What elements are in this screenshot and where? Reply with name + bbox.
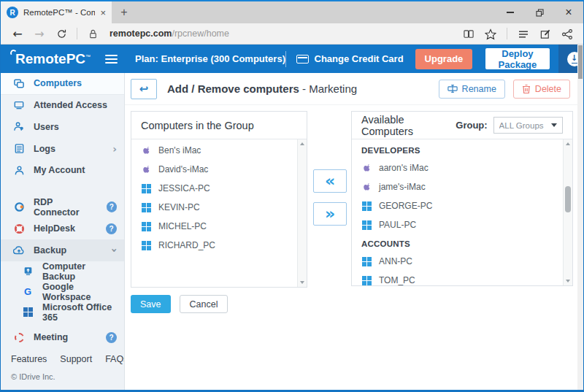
- computer-name: PAUL-PC: [379, 220, 416, 230]
- favorites-button[interactable]: [482, 27, 499, 40]
- computer-list-item[interactable]: aaron's iMac: [352, 158, 563, 177]
- page-scrollbar-thumb[interactable]: [578, 45, 583, 79]
- computer-list-item[interactable]: TOM_PC: [352, 271, 563, 285]
- computer-list-item[interactable]: ANN-PC: [352, 252, 563, 271]
- rdp-connector-icon: [12, 201, 26, 212]
- support-link[interactable]: Support: [60, 354, 92, 364]
- my-account-icon: [12, 165, 26, 176]
- rename-button[interactable]: Rename: [439, 80, 505, 99]
- remotepc-favicon-icon: [7, 7, 18, 18]
- windows-icon: [141, 241, 151, 250]
- help-icon[interactable]: [106, 332, 117, 343]
- computer-list-item[interactable]: MICHEL-PC: [131, 217, 297, 236]
- tab-title: RemotePC™ - Compute: [23, 8, 95, 17]
- scrollbar-thumb[interactable]: [565, 186, 571, 212]
- available-panel-header: Available Computers Group: ALL Groups: [352, 112, 572, 139]
- browser-back-button[interactable]: [8, 27, 27, 41]
- reading-view-button[interactable]: [460, 27, 477, 40]
- group-select[interactable]: ALL Groups: [493, 117, 563, 134]
- sidebar: Computers Attended Access Users Logs: [1, 73, 125, 390]
- computer-list-item[interactable]: GEORGE-PC: [352, 196, 563, 215]
- save-button[interactable]: Save: [131, 295, 171, 313]
- remove-from-group-button[interactable]: [313, 202, 347, 226]
- sidebar-item-helpdesk[interactable]: HelpDesk: [1, 218, 124, 240]
- new-tab-button[interactable]: [112, 1, 137, 23]
- trash-icon: [522, 84, 531, 94]
- apple-icon: [361, 163, 372, 173]
- tab-close-icon[interactable]: [100, 8, 106, 18]
- refresh-icon: [56, 28, 67, 39]
- cancel-button[interactable]: Cancel: [180, 295, 228, 313]
- sidebar-item-logs[interactable]: Logs: [1, 138, 124, 160]
- help-icon[interactable]: [107, 201, 117, 212]
- computer-list-item[interactable]: David's-iMac: [131, 160, 297, 179]
- windows-icon: [361, 257, 372, 266]
- hub-button[interactable]: [515, 27, 532, 40]
- add-remove-content: Computers in the Group Ben's iMac David'…: [125, 105, 577, 288]
- deploy-package-button[interactable]: Deploy Package: [485, 48, 549, 69]
- list-scrollbar[interactable]: [563, 139, 572, 285]
- window-controls: [496, 1, 583, 23]
- scroll-down-icon[interactable]: [566, 280, 570, 283]
- computer-list-item[interactable]: JESSICA-PC: [131, 179, 297, 198]
- upgrade-button[interactable]: Upgrade: [415, 49, 473, 69]
- dropdown-caret-icon: [551, 123, 557, 127]
- sidebar-item-my-account[interactable]: My Account: [1, 159, 124, 181]
- apple-icon: [141, 145, 151, 155]
- sidebar-item-users[interactable]: Users: [1, 116, 124, 138]
- computer-list-item[interactable]: jame's-iMac: [352, 177, 563, 196]
- computer-list-item[interactable]: Ben's iMac: [131, 141, 297, 160]
- page-scrollbar[interactable]: [577, 45, 583, 390]
- sidebar-item-microsoft-office-365[interactable]: Microsoft Office 365: [1, 302, 124, 323]
- close-button[interactable]: [554, 1, 583, 23]
- browser-tab[interactable]: RemotePC™ - Compute: [1, 1, 112, 23]
- browser-toolbar: remotepc.com/rpcnew/home: [1, 23, 583, 45]
- sidebar-item-attended-access[interactable]: Attended Access: [1, 95, 124, 117]
- lock-icon: [83, 27, 102, 40]
- star-icon: [485, 28, 496, 40]
- computer-list-item[interactable]: RICHARD_PC: [131, 236, 297, 255]
- main-header: Add / Remove computers - Marketing Renam…: [125, 73, 577, 105]
- computer-group-header: DEVELOPERS: [352, 141, 563, 158]
- scroll-up-icon[interactable]: [566, 142, 570, 145]
- menu-hamburger-icon[interactable]: [105, 55, 118, 64]
- computer-name: aaron's iMac: [379, 163, 429, 173]
- computer-list-item[interactable]: KEVIN-PC: [131, 198, 297, 217]
- restore-button[interactable]: [525, 1, 554, 23]
- remotepc-logo[interactable]: RemotePC™: [11, 51, 91, 67]
- plan-info: Plan: Enterprise (300 Computers): [135, 53, 285, 64]
- sidebar-item-computer-backup[interactable]: Computer Backup: [1, 261, 124, 282]
- list-scrollbar[interactable]: [297, 139, 307, 287]
- back-button[interactable]: [131, 79, 157, 99]
- web-note-button[interactable]: [537, 27, 554, 40]
- sidebar-item-computers[interactable]: Computers: [1, 73, 124, 95]
- double-chevron-left-icon: [325, 173, 335, 189]
- computer-backup-icon: [21, 266, 34, 277]
- copyright: © IDrive Inc.: [1, 364, 124, 390]
- scroll-up-icon[interactable]: [300, 142, 304, 145]
- change-credit-card-button[interactable]: Change Credit Card: [296, 53, 404, 64]
- refresh-button[interactable]: [52, 27, 71, 40]
- sidebar-item-google-workspace[interactable]: Google Workspace: [1, 282, 124, 302]
- help-icon[interactable]: [106, 223, 117, 234]
- move-to-group-button[interactable]: [313, 169, 347, 193]
- sidebar-footer-links: Features Support FAQs: [1, 348, 124, 364]
- browser-titlebar: RemotePC™ - Compute: [1, 1, 583, 23]
- delete-button[interactable]: Delete: [513, 80, 570, 99]
- panel-title: Computers in the Group: [141, 120, 254, 131]
- faqs-link[interactable]: FAQs: [105, 354, 125, 364]
- sidebar-item-rdp-connector[interactable]: RDP Connector: [1, 196, 124, 218]
- computer-list-item[interactable]: PAUL-PC: [352, 215, 563, 234]
- address-bar[interactable]: remotepc.com/rpcnew/home: [110, 28, 229, 39]
- browser-forward-button[interactable]: [30, 27, 49, 41]
- computer-name: David's-iMac: [158, 164, 208, 174]
- chevron-right-icon: [112, 144, 117, 154]
- share-button[interactable]: [558, 27, 576, 40]
- features-link[interactable]: Features: [11, 354, 47, 364]
- scroll-down-icon[interactable]: [300, 281, 304, 284]
- sidebar-item-backup[interactable]: Backup: [1, 239, 124, 261]
- computer-name: RICHARD_PC: [158, 240, 215, 250]
- minimize-button[interactable]: [496, 1, 525, 23]
- sidebar-item-meeting[interactable]: Meeting: [1, 326, 124, 348]
- computers-icon: [12, 78, 26, 89]
